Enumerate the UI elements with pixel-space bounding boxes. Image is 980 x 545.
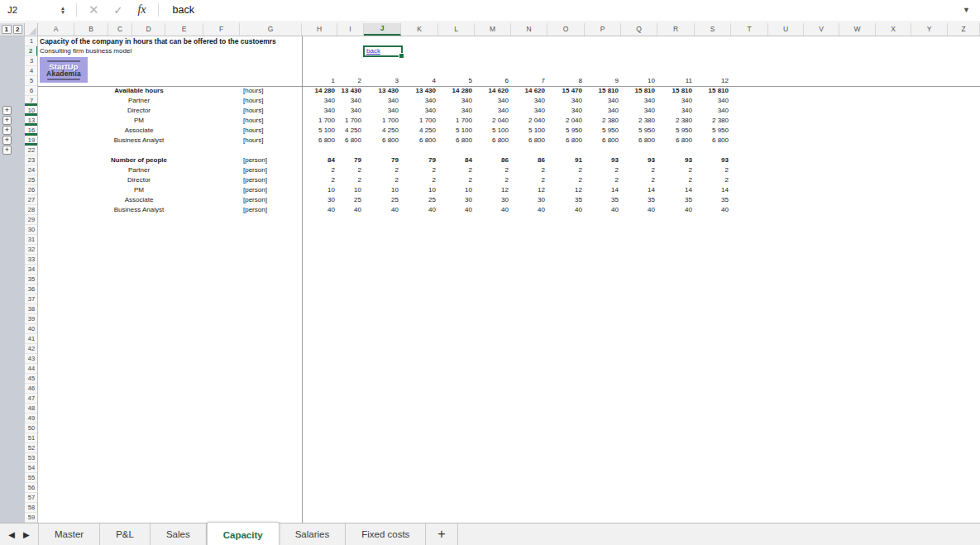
column-header-B[interactable]: B — [74, 23, 108, 36]
value-cell[interactable]: 340 — [657, 106, 695, 116]
value-cell[interactable]: 340 — [401, 96, 438, 106]
value-cell[interactable]: 15 810 — [621, 86, 657, 96]
value-cell[interactable]: 15 470 — [547, 86, 585, 96]
row-label-cell[interactable]: Business Analyst — [38, 136, 240, 146]
value-cell[interactable]: 340 — [302, 106, 337, 116]
column-header-A[interactable]: A — [38, 23, 74, 36]
value-cell[interactable]: 40 — [438, 205, 475, 215]
month-header-cell[interactable]: 1 — [302, 76, 337, 86]
outline-level-1-button[interactable]: 1 — [2, 25, 12, 34]
value-cell[interactable]: 2 — [302, 175, 337, 185]
value-cell[interactable]: 12 — [475, 185, 511, 195]
column-header-O[interactable]: O — [547, 23, 585, 36]
value-cell[interactable]: 86 — [475, 155, 511, 165]
value-cell[interactable]: 93 — [657, 155, 695, 165]
value-cell[interactable]: 35 — [585, 195, 621, 205]
value-cell[interactable]: 14 — [585, 185, 621, 195]
name-box[interactable]: J2 — [0, 5, 54, 15]
column-header-S[interactable]: S — [695, 23, 731, 36]
row-header-58[interactable]: 58 — [25, 503, 38, 513]
column-header-I[interactable]: I — [337, 23, 364, 36]
column-header-R[interactable]: R — [657, 23, 695, 36]
value-cell[interactable]: 340 — [438, 96, 475, 106]
row-label-cell[interactable]: Associate — [38, 126, 240, 136]
row-header-55[interactable]: 55 — [25, 473, 38, 483]
value-cell[interactable]: 40 — [364, 205, 401, 215]
value-cell[interactable]: 2 — [511, 165, 547, 175]
row-unit-cell[interactable]: [hours] — [243, 116, 299, 126]
value-cell[interactable]: 79 — [364, 155, 401, 165]
row-header-46[interactable]: 46 — [25, 384, 38, 394]
sheet-tab-p-l[interactable]: P&L — [100, 523, 151, 545]
add-sheet-button[interactable]: + — [426, 523, 457, 545]
next-sheet-icon[interactable]: ▶ — [23, 530, 30, 539]
month-header-cell[interactable]: 10 — [621, 76, 657, 86]
value-cell[interactable]: 340 — [621, 106, 657, 116]
row-header-31[interactable]: 31 — [25, 235, 38, 245]
value-cell[interactable]: 15 810 — [695, 86, 731, 96]
value-cell[interactable]: 14 — [695, 185, 731, 195]
value-cell[interactable]: 1 700 — [364, 116, 401, 126]
value-cell[interactable]: 340 — [585, 96, 621, 106]
row-header-43[interactable]: 43 — [25, 354, 38, 364]
column-header-K[interactable]: K — [401, 23, 438, 36]
column-header-G[interactable]: G — [240, 23, 302, 36]
value-cell[interactable]: 93 — [695, 155, 731, 165]
value-cell[interactable]: 340 — [657, 96, 695, 106]
value-cell[interactable]: 5 950 — [621, 126, 657, 136]
value-cell[interactable]: 13 430 — [337, 86, 364, 96]
value-cell[interactable]: 12 — [547, 185, 585, 195]
row-unit-cell[interactable]: [person] — [243, 165, 299, 175]
value-cell[interactable]: 84 — [302, 155, 337, 165]
value-cell[interactable]: 40 — [337, 205, 364, 215]
formula-bar-expand-icon[interactable]: ▼ — [963, 6, 970, 14]
value-cell[interactable]: 2 — [302, 165, 337, 175]
value-cell[interactable]: 1 700 — [438, 116, 475, 126]
column-header-M[interactable]: M — [475, 23, 511, 36]
value-cell[interactable]: 6 800 — [337, 136, 364, 146]
column-header-Z[interactable]: Z — [948, 23, 980, 36]
value-cell[interactable]: 1 700 — [401, 116, 438, 126]
value-cell[interactable]: 340 — [337, 106, 364, 116]
value-cell[interactable]: 6 800 — [302, 136, 337, 146]
month-header-cell[interactable]: 5 — [438, 76, 475, 86]
outline-level-2-button[interactable]: 2 — [13, 25, 23, 34]
value-cell[interactable]: 40 — [585, 205, 621, 215]
row-header-33[interactable]: 33 — [25, 255, 38, 265]
column-header-V[interactable]: V — [804, 23, 839, 36]
value-cell[interactable]: 40 — [302, 205, 337, 215]
row-header-27[interactable]: 27 — [25, 195, 38, 205]
row-header-40[interactable]: 40 — [25, 324, 38, 334]
row-header-22[interactable]: 22 — [25, 146, 38, 155]
month-header-cell[interactable]: 11 — [657, 76, 695, 86]
row-header-35[interactable]: 35 — [25, 275, 38, 284]
grid-canvas[interactable]: Capacity of the company in hours that ca… — [38, 36, 980, 523]
column-header-E[interactable]: E — [165, 23, 203, 36]
row-header-42[interactable]: 42 — [25, 344, 38, 354]
month-header-cell[interactable]: 4 — [401, 76, 438, 86]
value-cell[interactable]: 14 620 — [511, 86, 547, 96]
confirm-icon[interactable]: ✓ — [114, 4, 123, 17]
value-cell[interactable]: 79 — [401, 155, 438, 165]
column-header-J[interactable]: J — [364, 23, 401, 36]
row-header-3[interactable]: 3 — [25, 56, 38, 66]
value-cell[interactable]: 6 800 — [438, 136, 475, 146]
value-cell[interactable]: 35 — [621, 195, 657, 205]
row-header-51[interactable]: 51 — [25, 433, 38, 443]
value-cell[interactable]: 6 800 — [657, 136, 695, 146]
value-cell[interactable]: 79 — [337, 155, 364, 165]
sheet-subtitle-cell[interactable]: Consulting firm business model — [40, 46, 131, 56]
value-cell[interactable]: 93 — [585, 155, 621, 165]
value-cell[interactable]: 2 — [621, 175, 657, 185]
value-cell[interactable]: 5 950 — [585, 126, 621, 136]
month-header-cell[interactable]: 8 — [547, 76, 585, 86]
row-header-28[interactable]: 28 — [25, 205, 38, 215]
value-cell[interactable]: 25 — [337, 195, 364, 205]
row-label-cell[interactable]: Business Analyst — [38, 205, 240, 215]
row-header-53[interactable]: 53 — [25, 453, 38, 463]
value-cell[interactable]: 5 950 — [695, 126, 731, 136]
value-cell[interactable]: 5 100 — [475, 126, 511, 136]
value-cell[interactable]: 340 — [438, 106, 475, 116]
value-cell[interactable]: 93 — [621, 155, 657, 165]
value-cell[interactable]: 2 — [438, 165, 475, 175]
